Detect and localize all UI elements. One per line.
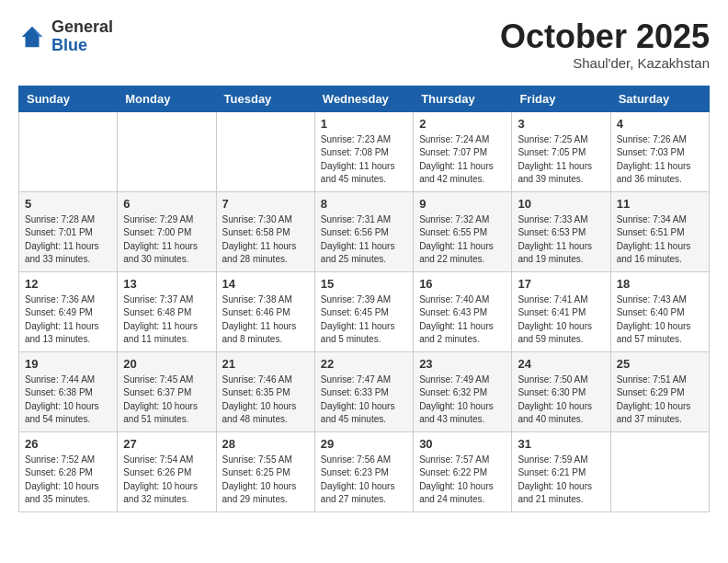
page-header: General Blue October 2025 Shaul'der, Kaz…: [18, 18, 710, 71]
day-number: 4: [617, 117, 703, 131]
day-info: Sunrise: 7:57 AM Sunset: 6:22 PM Dayligh…: [419, 454, 506, 507]
day-number: 7: [222, 197, 309, 211]
day-number: 12: [25, 277, 111, 291]
day-info: Sunrise: 7:40 AM Sunset: 6:43 PM Dayligh…: [419, 293, 506, 347]
day-info: Sunrise: 7:32 AM Sunset: 6:55 PM Dayligh…: [419, 213, 506, 267]
column-header-thursday: Thursday: [414, 86, 512, 111]
day-info: Sunrise: 7:46 AM Sunset: 6:35 PM Dayligh…: [222, 373, 309, 427]
calendar-cell: 22Sunrise: 7:47 AM Sunset: 6:33 PM Dayli…: [314, 351, 413, 431]
day-number: 1: [321, 117, 407, 131]
calendar-week-5: 26Sunrise: 7:52 AM Sunset: 6:28 PM Dayli…: [19, 431, 710, 511]
calendar-cell: 7Sunrise: 7:30 AM Sunset: 6:58 PM Daylig…: [216, 191, 314, 271]
day-info: Sunrise: 7:23 AM Sunset: 7:08 PM Dayligh…: [321, 133, 407, 187]
day-number: 5: [25, 197, 111, 211]
calendar-cell: 12Sunrise: 7:36 AM Sunset: 6:49 PM Dayli…: [19, 271, 118, 351]
column-header-monday: Monday: [118, 86, 216, 111]
logo: General Blue: [18, 18, 113, 55]
calendar-cell: 20Sunrise: 7:45 AM Sunset: 6:37 PM Dayli…: [118, 351, 216, 431]
day-number: 2: [419, 117, 506, 131]
day-info: Sunrise: 7:56 AM Sunset: 6:23 PM Dayligh…: [321, 454, 407, 507]
calendar-cell: 5Sunrise: 7:28 AM Sunset: 7:01 PM Daylig…: [19, 191, 118, 271]
column-header-saturday: Saturday: [610, 86, 709, 111]
day-number: 21: [222, 357, 309, 371]
day-number: 23: [419, 357, 506, 371]
calendar-cell: 14Sunrise: 7:38 AM Sunset: 6:46 PM Dayli…: [216, 271, 314, 351]
day-number: 22: [321, 357, 407, 371]
day-info: Sunrise: 7:47 AM Sunset: 6:33 PM Dayligh…: [321, 373, 407, 427]
calendar-cell: 24Sunrise: 7:50 AM Sunset: 6:30 PM Dayli…: [512, 351, 610, 431]
day-info: Sunrise: 7:45 AM Sunset: 6:37 PM Dayligh…: [123, 373, 210, 427]
calendar-header-row: SundayMondayTuesdayWednesdayThursdayFrid…: [19, 86, 710, 111]
day-info: Sunrise: 7:31 AM Sunset: 6:56 PM Dayligh…: [321, 213, 407, 267]
calendar-cell: [610, 431, 709, 511]
logo-icon: [18, 23, 46, 51]
calendar-cell: 26Sunrise: 7:52 AM Sunset: 6:28 PM Dayli…: [19, 431, 118, 511]
day-info: Sunrise: 7:39 AM Sunset: 6:45 PM Dayligh…: [321, 293, 407, 347]
day-number: 11: [617, 197, 703, 211]
day-number: 28: [222, 437, 309, 451]
day-info: Sunrise: 7:30 AM Sunset: 6:58 PM Dayligh…: [222, 213, 309, 267]
day-number: 17: [518, 277, 604, 291]
day-info: Sunrise: 7:52 AM Sunset: 6:28 PM Dayligh…: [25, 454, 111, 507]
day-info: Sunrise: 7:28 AM Sunset: 7:01 PM Dayligh…: [25, 213, 111, 267]
day-info: Sunrise: 7:49 AM Sunset: 6:32 PM Dayligh…: [419, 373, 506, 427]
calendar-cell: 10Sunrise: 7:33 AM Sunset: 6:53 PM Dayli…: [512, 191, 610, 271]
day-info: Sunrise: 7:29 AM Sunset: 7:00 PM Dayligh…: [123, 213, 210, 267]
calendar-cell: 31Sunrise: 7:59 AM Sunset: 6:21 PM Dayli…: [512, 431, 610, 511]
day-number: 25: [617, 357, 703, 371]
title-block: October 2025 Shaul'der, Kazakhstan: [500, 18, 710, 71]
calendar-cell: 13Sunrise: 7:37 AM Sunset: 6:48 PM Dayli…: [118, 271, 216, 351]
day-info: Sunrise: 7:25 AM Sunset: 7:05 PM Dayligh…: [518, 133, 604, 187]
day-info: Sunrise: 7:54 AM Sunset: 6:26 PM Dayligh…: [123, 454, 210, 507]
column-header-wednesday: Wednesday: [314, 86, 413, 111]
day-number: 8: [321, 197, 407, 211]
calendar-cell: 21Sunrise: 7:46 AM Sunset: 6:35 PM Dayli…: [216, 351, 314, 431]
calendar-cell: 1Sunrise: 7:23 AM Sunset: 7:08 PM Daylig…: [314, 111, 413, 191]
calendar-cell: 16Sunrise: 7:40 AM Sunset: 6:43 PM Dayli…: [414, 271, 512, 351]
day-info: Sunrise: 7:50 AM Sunset: 6:30 PM Dayligh…: [518, 373, 604, 427]
day-info: Sunrise: 7:26 AM Sunset: 7:03 PM Dayligh…: [617, 133, 703, 187]
day-number: 24: [518, 357, 604, 371]
calendar-cell: 28Sunrise: 7:55 AM Sunset: 6:25 PM Dayli…: [216, 431, 314, 511]
day-info: Sunrise: 7:38 AM Sunset: 6:46 PM Dayligh…: [222, 293, 309, 347]
day-info: Sunrise: 7:51 AM Sunset: 6:29 PM Dayligh…: [617, 373, 703, 427]
column-header-tuesday: Tuesday: [216, 86, 314, 111]
calendar-cell: 8Sunrise: 7:31 AM Sunset: 6:56 PM Daylig…: [314, 191, 413, 271]
day-number: 3: [518, 117, 604, 131]
calendar-week-1: 1Sunrise: 7:23 AM Sunset: 7:08 PM Daylig…: [19, 111, 710, 191]
day-number: 15: [321, 277, 407, 291]
calendar-cell: 11Sunrise: 7:34 AM Sunset: 6:51 PM Dayli…: [610, 191, 709, 271]
day-info: Sunrise: 7:41 AM Sunset: 6:41 PM Dayligh…: [518, 293, 604, 347]
calendar-week-3: 12Sunrise: 7:36 AM Sunset: 6:49 PM Dayli…: [19, 271, 710, 351]
day-number: 6: [123, 197, 210, 211]
calendar-cell: 4Sunrise: 7:26 AM Sunset: 7:03 PM Daylig…: [610, 111, 709, 191]
day-number: 20: [123, 357, 210, 371]
day-number: 18: [617, 277, 703, 291]
day-info: Sunrise: 7:36 AM Sunset: 6:49 PM Dayligh…: [25, 293, 111, 347]
calendar-cell: 15Sunrise: 7:39 AM Sunset: 6:45 PM Dayli…: [314, 271, 413, 351]
day-number: 30: [419, 437, 506, 451]
day-number: 19: [25, 357, 111, 371]
calendar-cell: 6Sunrise: 7:29 AM Sunset: 7:00 PM Daylig…: [118, 191, 216, 271]
calendar-cell: [118, 111, 216, 191]
day-number: 14: [222, 277, 309, 291]
calendar-week-2: 5Sunrise: 7:28 AM Sunset: 7:01 PM Daylig…: [19, 191, 710, 271]
day-number: 27: [123, 437, 210, 451]
calendar-cell: [216, 111, 314, 191]
calendar-cell: 18Sunrise: 7:43 AM Sunset: 6:40 PM Dayli…: [610, 271, 709, 351]
day-number: 31: [518, 437, 604, 451]
calendar-cell: 30Sunrise: 7:57 AM Sunset: 6:22 PM Dayli…: [414, 431, 512, 511]
column-header-friday: Friday: [512, 86, 610, 111]
calendar-cell: 2Sunrise: 7:24 AM Sunset: 7:07 PM Daylig…: [414, 111, 512, 191]
day-info: Sunrise: 7:24 AM Sunset: 7:07 PM Dayligh…: [419, 133, 506, 187]
calendar-cell: 23Sunrise: 7:49 AM Sunset: 6:32 PM Dayli…: [414, 351, 512, 431]
day-info: Sunrise: 7:43 AM Sunset: 6:40 PM Dayligh…: [617, 293, 703, 347]
calendar-cell: 29Sunrise: 7:56 AM Sunset: 6:23 PM Dayli…: [314, 431, 413, 511]
day-number: 13: [123, 277, 210, 291]
day-number: 10: [518, 197, 604, 211]
logo-text: General Blue: [51, 18, 113, 55]
logo-general: General: [51, 18, 113, 37]
location-subtitle: Shaul'der, Kazakhstan: [500, 55, 710, 71]
column-header-sunday: Sunday: [19, 86, 118, 111]
day-info: Sunrise: 7:55 AM Sunset: 6:25 PM Dayligh…: [222, 454, 309, 507]
